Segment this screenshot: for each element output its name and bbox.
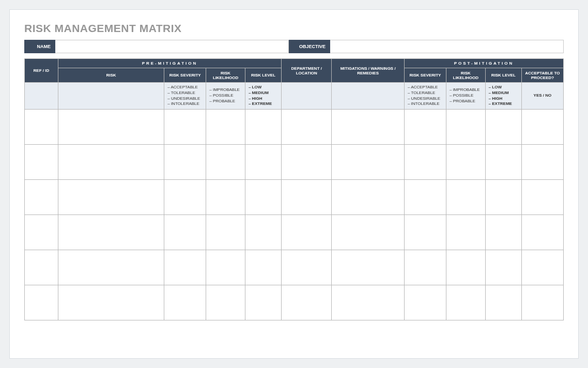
cell-acc[interactable] bbox=[521, 180, 563, 215]
table-header: REF / ID PRE-MITIGATION DEPARTMENT / LOC… bbox=[25, 59, 564, 83]
scale-pre-level: – LOW– MEDIUM– HIGH– EXTREME bbox=[245, 83, 281, 110]
col-risk: RISK bbox=[58, 68, 164, 83]
cell-risk[interactable] bbox=[58, 285, 164, 320]
cell-pre_lvl[interactable] bbox=[245, 285, 281, 320]
cell-dept[interactable] bbox=[282, 110, 332, 145]
cell-pre_sev[interactable] bbox=[164, 285, 206, 320]
cell-pre_lik[interactable] bbox=[206, 285, 245, 320]
cell-ref[interactable] bbox=[25, 285, 58, 320]
cell-risk[interactable] bbox=[58, 145, 164, 180]
cell-dept[interactable] bbox=[282, 215, 332, 250]
table-body: – ACCEPTABLE– TOLERABLE– UNDESIRABLE– IN… bbox=[25, 83, 564, 320]
cell-mit[interactable] bbox=[332, 285, 405, 320]
page: RISK MANAGEMENT MATRIX NAME OBJECTIVE RE… bbox=[9, 9, 579, 359]
cell-ref[interactable] bbox=[25, 215, 58, 250]
cell-dept[interactable] bbox=[282, 285, 332, 320]
cell-mit[interactable] bbox=[332, 250, 405, 285]
scale-acceptable: YES / NO bbox=[521, 83, 563, 110]
cell-pre_sev[interactable] bbox=[164, 250, 206, 285]
table-row bbox=[25, 145, 564, 180]
cell-risk[interactable] bbox=[58, 215, 164, 250]
col-department: DEPARTMENT / LOCATION bbox=[282, 59, 332, 83]
cell-post_lvl[interactable] bbox=[485, 110, 521, 145]
cell-ref[interactable] bbox=[25, 250, 58, 285]
cell-acc[interactable] bbox=[521, 145, 563, 180]
scale-row: – ACCEPTABLE– TOLERABLE– UNDESIRABLE– IN… bbox=[25, 83, 564, 110]
cell-mit[interactable] bbox=[332, 180, 405, 215]
col-post-likelihood: RISK LIKELIHOOD bbox=[446, 68, 485, 83]
cell-acc[interactable] bbox=[521, 285, 563, 320]
cell-pre_lik[interactable] bbox=[206, 250, 245, 285]
scale-pre-severity: – ACCEPTABLE– TOLERABLE– UNDESIRABLE– IN… bbox=[164, 83, 206, 110]
cell-dept[interactable] bbox=[282, 145, 332, 180]
cell-risk[interactable] bbox=[58, 110, 164, 145]
cell-post_lik[interactable] bbox=[446, 250, 485, 285]
cell-post_lvl[interactable] bbox=[485, 215, 521, 250]
cell-ref[interactable] bbox=[25, 110, 58, 145]
cell-post_lvl[interactable] bbox=[485, 145, 521, 180]
cell-pre_lik[interactable] bbox=[206, 110, 245, 145]
col-ref-id: REF / ID bbox=[25, 59, 58, 83]
scale-post-level: – LOW– MEDIUM– HIGH– EXTREME bbox=[485, 83, 521, 110]
cell-post_lik[interactable] bbox=[446, 180, 485, 215]
cell-post_sev[interactable] bbox=[404, 215, 446, 250]
cell-pre_lvl[interactable] bbox=[245, 145, 281, 180]
cell-post_lik[interactable] bbox=[446, 215, 485, 250]
risk-table: REF / ID PRE-MITIGATION DEPARTMENT / LOC… bbox=[24, 58, 564, 320]
cell-dept[interactable] bbox=[282, 250, 332, 285]
objective-label: OBJECTIVE bbox=[289, 40, 330, 53]
cell-pre_sev[interactable] bbox=[164, 110, 206, 145]
col-post-severity: RISK SEVERITY bbox=[404, 68, 446, 83]
cell-post_lik[interactable] bbox=[446, 285, 485, 320]
cell-mit[interactable] bbox=[332, 145, 405, 180]
cell-ref[interactable] bbox=[25, 180, 58, 215]
col-pre-likelihood: RISK LIKELIHOOD bbox=[206, 68, 245, 83]
cell-acc[interactable] bbox=[521, 250, 563, 285]
cell-mit[interactable] bbox=[332, 215, 405, 250]
scale-post-likelihood: – IMPROBABLE– POSSIBLE– PROBABLE bbox=[446, 83, 485, 110]
cell-pre_lvl[interactable] bbox=[245, 250, 281, 285]
cell-pre_lik[interactable] bbox=[206, 215, 245, 250]
cell-post_sev[interactable] bbox=[404, 110, 446, 145]
cell-post_sev[interactable] bbox=[404, 145, 446, 180]
col-group-post: POST-MITIGATION bbox=[404, 59, 563, 68]
col-mitigations: MITIGATIONS / WARNINGS / REMEDIES bbox=[332, 59, 405, 83]
cell-post_sev[interactable] bbox=[404, 285, 446, 320]
cell-pre_lik[interactable] bbox=[206, 180, 245, 215]
cell-pre_sev[interactable] bbox=[164, 180, 206, 215]
cell-post_lik[interactable] bbox=[446, 145, 485, 180]
cell-dept[interactable] bbox=[282, 180, 332, 215]
cell-pre_lik[interactable] bbox=[206, 145, 245, 180]
cell-pre_lvl[interactable] bbox=[245, 215, 281, 250]
page-title: RISK MANAGEMENT MATRIX bbox=[24, 22, 564, 35]
table-row bbox=[25, 250, 564, 285]
cell-risk[interactable] bbox=[58, 180, 164, 215]
col-group-pre: PRE-MITIGATION bbox=[58, 59, 281, 68]
scale-post-severity: – ACCEPTABLE– TOLERABLE– UNDESIRABLE– IN… bbox=[404, 83, 446, 110]
cell-post_sev[interactable] bbox=[404, 180, 446, 215]
table-row bbox=[25, 285, 564, 320]
cell-pre_lvl[interactable] bbox=[245, 110, 281, 145]
cell-pre_sev[interactable] bbox=[164, 145, 206, 180]
col-pre-level: RISK LEVEL bbox=[245, 68, 281, 83]
cell-post_lik[interactable] bbox=[446, 110, 485, 145]
cell-pre_sev[interactable] bbox=[164, 215, 206, 250]
cell-risk[interactable] bbox=[58, 250, 164, 285]
cell-acc[interactable] bbox=[521, 110, 563, 145]
objective-input[interactable] bbox=[330, 40, 564, 53]
cell-acc[interactable] bbox=[521, 215, 563, 250]
col-pre-severity: RISK SEVERITY bbox=[164, 68, 206, 83]
scale-risk bbox=[58, 83, 164, 110]
col-acceptable: ACCEPTABLE TO PROCEED? bbox=[521, 68, 563, 83]
cell-pre_lvl[interactable] bbox=[245, 180, 281, 215]
name-input[interactable] bbox=[55, 40, 289, 53]
cell-post_sev[interactable] bbox=[404, 250, 446, 285]
cell-post_lvl[interactable] bbox=[485, 285, 521, 320]
cell-post_lvl[interactable] bbox=[485, 180, 521, 215]
cell-post_lvl[interactable] bbox=[485, 250, 521, 285]
name-label: NAME bbox=[24, 40, 55, 53]
table-row bbox=[25, 215, 564, 250]
scale-pre-likelihood: – IMPROBABLE– POSSIBLE– PROBABLE bbox=[206, 83, 245, 110]
cell-ref[interactable] bbox=[25, 145, 58, 180]
cell-mit[interactable] bbox=[332, 110, 405, 145]
